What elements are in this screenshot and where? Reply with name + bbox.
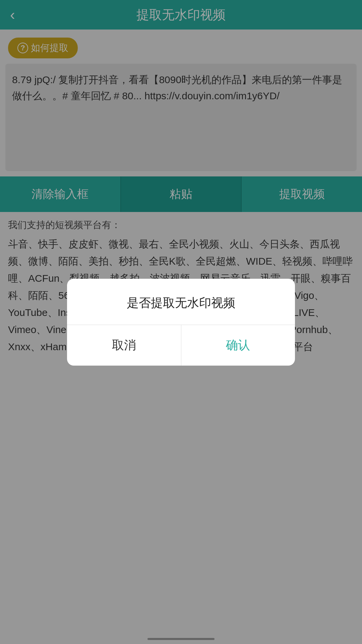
dialog-title: 是否提取无水印视频 [67, 279, 295, 325]
dialog-cancel-button[interactable]: 取消 [67, 325, 181, 366]
dialog: 是否提取无水印视频 取消 确认 [67, 279, 295, 366]
dialog-overlay: 是否提取无水印视频 取消 确认 [0, 0, 362, 644]
dialog-buttons: 取消 确认 [67, 325, 295, 366]
dialog-confirm-button[interactable]: 确认 [181, 325, 295, 366]
